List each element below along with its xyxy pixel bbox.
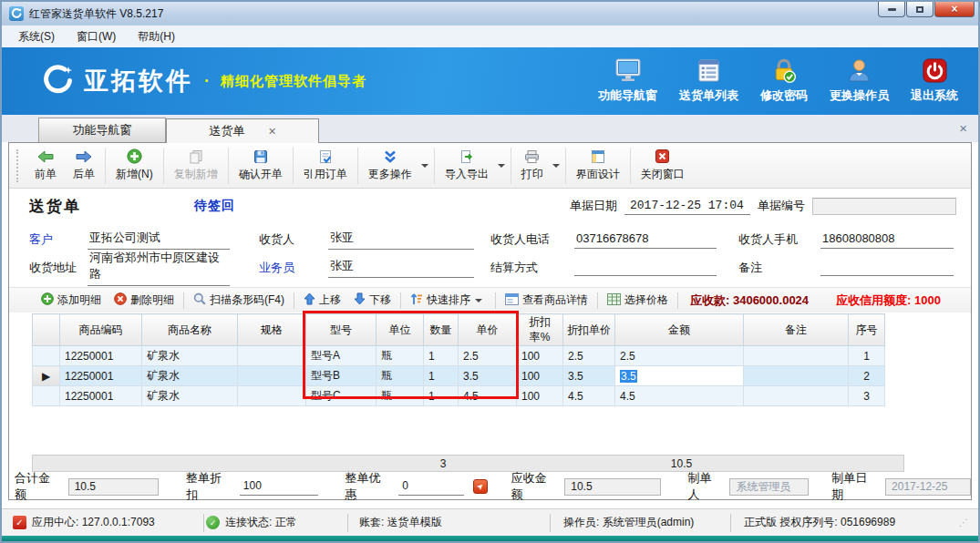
tab-delivery-note[interactable]: 送货单 ×: [166, 118, 319, 143]
row-selector[interactable]: [33, 346, 60, 366]
more-actions-dropdown-icon[interactable]: [421, 164, 428, 168]
col-header[interactable]: 单位: [377, 314, 424, 346]
col-header[interactable]: 序号: [849, 314, 885, 346]
grid-row-3[interactable]: 12250001 矿泉水 型号C 瓶 1 4.5 100 4.5 4.5 3: [33, 386, 885, 406]
remark-field[interactable]: [820, 259, 954, 276]
receivable-field[interactable]: 10.5: [564, 478, 661, 496]
banner-action-label: 更换操作员: [830, 87, 889, 104]
import-export-button[interactable]: 导入导出: [437, 146, 497, 185]
new-button[interactable]: 新增(N): [108, 146, 161, 185]
arrow-left-icon: [37, 149, 54, 164]
maximize-button[interactable]: [906, 2, 934, 17]
lock-icon: [771, 58, 797, 86]
arrow-right-icon: [76, 149, 92, 164]
doc-date-field[interactable]: 2017-12-25 17:04: [624, 198, 750, 215]
quote-order-icon: [318, 149, 333, 164]
tabstrip-close-icon[interactable]: ×: [959, 121, 967, 135]
footer-bar: 合计金额 10.5 整单折扣 100 整单优惠 0 ➤ 应收金额 10.5 制单…: [9, 472, 971, 501]
next-note-button[interactable]: 后单: [65, 146, 103, 185]
col-header[interactable]: 商品名称: [142, 314, 238, 346]
whole-discount-field[interactable]: 100: [240, 478, 318, 496]
banner-action-label: 功能导航窗: [598, 87, 657, 104]
brand-logo-icon: [42, 64, 75, 99]
resize-grip-icon[interactable]: ⋰: [959, 517, 969, 528]
col-header[interactable]: 折扣单价: [563, 314, 615, 346]
row-selector[interactable]: [33, 386, 60, 406]
grid-row-1[interactable]: 12250001 矿泉水 型号A 瓶 1 2.5 100 2.5 2.5 1: [33, 346, 885, 366]
salesman-field[interactable]: 张亚: [328, 257, 474, 278]
close-button[interactable]: ×: [934, 2, 975, 17]
title-bar: 红管家送货单软件 V8.5.217 ×: [2, 2, 978, 26]
power-icon: [923, 58, 947, 86]
toolbar-grip: [16, 149, 19, 182]
add-detail-button[interactable]: 添加明细: [35, 292, 108, 308]
close-window-button[interactable]: 关闭窗口: [633, 146, 693, 185]
product-detail-button[interactable]: 查看商品详情: [499, 292, 594, 308]
preferential-field[interactable]: 0: [398, 478, 464, 496]
move-down-button[interactable]: 下移: [347, 292, 397, 308]
print-dropdown-icon[interactable]: [552, 164, 560, 168]
banner-action-change-password[interactable]: 修改密码: [760, 58, 808, 104]
menu-system[interactable]: 系统(S): [7, 26, 66, 47]
banner-action-exit-system[interactable]: 退出系统: [911, 58, 958, 104]
banner-action-delivery-list[interactable]: 送货单列表: [679, 58, 738, 104]
add-icon: [127, 149, 142, 164]
doc-status-badge: 待签回: [194, 198, 235, 214]
receiver-field[interactable]: 张亚: [328, 229, 474, 250]
col-header[interactable]: 数量: [424, 314, 459, 346]
tab-nav-window[interactable]: 功能导航窗: [38, 118, 166, 142]
minimize-button[interactable]: [878, 2, 905, 17]
creator-field: 系统管理员: [729, 478, 808, 496]
customer-field[interactable]: 亚拓公司测试: [88, 229, 230, 250]
whole-discount-label: 整单折扣: [186, 470, 232, 503]
copy-new-button[interactable]: 复制新增: [166, 146, 226, 185]
address-field[interactable]: 河南省郑州市中原区建设路: [88, 249, 230, 286]
tab-close-icon[interactable]: ×: [268, 125, 275, 138]
banner-action-switch-operator[interactable]: 更换操作员: [830, 58, 889, 104]
phone-field[interactable]: 03716678678: [574, 231, 717, 249]
banner-actions: 功能导航窗 送货单列表 修改密码 更换操作员: [598, 58, 978, 104]
import-export-dropdown-icon[interactable]: [498, 164, 505, 168]
row-pointer-icon[interactable]: ▶: [33, 366, 60, 386]
quick-sort-dropdown-icon[interactable]: [475, 299, 482, 302]
quick-sort-button[interactable]: 快速排序: [404, 292, 492, 308]
prev-note-button[interactable]: 前单: [26, 146, 65, 185]
doc-number-field[interactable]: [812, 198, 956, 215]
col-header[interactable]: 金额: [615, 314, 744, 346]
mobile-field[interactable]: 18608080808: [820, 231, 954, 249]
menu-window[interactable]: 窗口(W): [66, 26, 127, 47]
copy-icon: [189, 149, 203, 164]
banner-action-nav-window[interactable]: 功能导航窗: [598, 58, 657, 104]
col-header[interactable]: 备注: [744, 314, 849, 346]
close-icon: ×: [951, 4, 957, 15]
more-actions-button[interactable]: 更多操作: [360, 146, 420, 185]
tab-strip: 功能导航窗 送货单 × ×: [2, 115, 978, 142]
quote-order-button[interactable]: 引用订单: [295, 146, 356, 185]
amount-edit-cell[interactable]: 3.5: [615, 366, 744, 386]
total-amount-field[interactable]: 10.5: [68, 478, 160, 496]
confirm-button[interactable]: 确认开单: [231, 146, 291, 185]
print-icon: [524, 149, 540, 164]
move-up-button[interactable]: 上移: [297, 292, 347, 308]
status-license: 正式版 授权序列号: 051696989: [731, 514, 904, 532]
ui-design-button[interactable]: 界面设计: [568, 146, 628, 185]
status-app-center: ✓ 应用中心: 127.0.0.1:7093: [11, 514, 204, 532]
col-header[interactable]: 折扣率%: [517, 314, 563, 346]
col-header[interactable]: 商品编码: [60, 314, 142, 346]
more-actions-icon: [383, 149, 397, 164]
col-header[interactable]: 型号: [306, 314, 377, 346]
menu-help[interactable]: 帮助(H): [127, 26, 186, 47]
total-amount-label: 合计金额: [15, 470, 61, 503]
col-header[interactable]: 规格: [238, 314, 306, 346]
settlement-field[interactable]: [574, 259, 717, 276]
doc-title: 送货单: [29, 196, 81, 217]
doc-date-label: 单据日期: [570, 198, 617, 214]
select-price-button[interactable]: 选择价格: [601, 292, 675, 308]
preferential-edit-icon[interactable]: ➤: [473, 479, 488, 494]
minimize-icon: [888, 8, 896, 11]
barcode-scan-button[interactable]: 扫描条形码(F4): [187, 292, 291, 308]
col-header[interactable]: 单价: [459, 314, 517, 346]
grid-row-2-selected[interactable]: ▶ 12250001 矿泉水 型号B 瓶 1 3.5 100 3.5 3.5 2: [33, 366, 885, 386]
print-button[interactable]: 打印: [513, 146, 552, 185]
delete-detail-button[interactable]: 删除明细: [108, 292, 181, 308]
